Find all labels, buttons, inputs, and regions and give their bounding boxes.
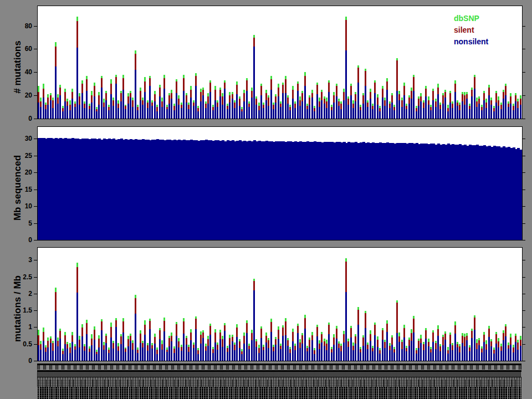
bar-segment <box>420 101 422 119</box>
bar-segment <box>449 332 451 335</box>
bar-segment <box>115 318 117 320</box>
bar-segment <box>62 349 64 351</box>
bar-segment <box>117 104 119 108</box>
bar-segment <box>488 95 490 119</box>
bar-segment <box>403 95 405 119</box>
bar-segment <box>135 54 136 70</box>
bar-segment <box>207 336 209 339</box>
bar-segment <box>74 101 76 104</box>
bar-segment <box>357 310 359 325</box>
y-tick-mark <box>522 223 525 224</box>
bar-segment <box>333 337 335 345</box>
bar-segment <box>135 295 136 298</box>
bar-segment <box>469 109 470 119</box>
bar-segment <box>207 339 209 346</box>
bar-segment <box>181 345 182 347</box>
bar-segment <box>197 354 199 361</box>
bar-segment <box>336 86 337 96</box>
bar-segment <box>347 339 349 341</box>
bar-segment <box>144 335 146 361</box>
bar-segment <box>333 334 335 337</box>
bar-segment <box>459 105 461 110</box>
bar-segment <box>444 90 446 92</box>
bar-segment <box>520 336 521 340</box>
bar-segment <box>352 342 354 346</box>
bar-segment <box>202 332 204 338</box>
bar-segment <box>224 83 226 88</box>
bar-segment <box>474 318 475 330</box>
bar-segment <box>324 339 325 341</box>
bar-segment <box>309 98 310 105</box>
bar-segment <box>326 98 328 101</box>
bar-segment <box>319 101 320 107</box>
bar-segment <box>190 98 192 119</box>
bar-segment <box>490 339 492 341</box>
bar-segment <box>459 344 461 346</box>
bar-segment <box>115 320 117 327</box>
bar-segment <box>345 292 347 361</box>
bar-segment <box>352 350 354 361</box>
bar-segment <box>508 101 509 104</box>
bar-segment <box>490 98 492 100</box>
bar-segment <box>219 88 221 90</box>
bar-segment <box>234 108 236 119</box>
bar-segment <box>457 103 458 106</box>
bar-segment <box>40 341 42 344</box>
bar-segment <box>493 350 495 354</box>
bar-segment <box>260 84 262 86</box>
bar-segment <box>159 339 161 361</box>
bar-segment <box>374 93 376 119</box>
bar-segment <box>406 346 407 348</box>
bar-segment <box>147 100 149 103</box>
bar-segment <box>377 336 378 340</box>
bar-segment <box>219 339 221 361</box>
bar-segment <box>241 351 243 354</box>
bar-segment <box>299 342 301 348</box>
bar-segment <box>115 75 117 77</box>
bar-segment <box>357 325 359 361</box>
bar-segment <box>45 103 47 105</box>
bar-segment <box>370 330 371 334</box>
bar-segment <box>117 343 119 346</box>
bar-segment <box>258 348 260 352</box>
bar-segment <box>209 324 211 326</box>
bar-segment <box>176 324 177 336</box>
bar-segment <box>403 83 405 86</box>
bar-segment <box>251 330 253 333</box>
bar-segment <box>398 91 400 94</box>
bar-segment <box>64 344 66 361</box>
bar-segment <box>171 341 172 361</box>
bar-segment <box>444 92 446 98</box>
bar-segment <box>439 105 441 109</box>
bar-segment <box>495 344 497 361</box>
bar-segment <box>241 349 243 351</box>
bar-segment <box>156 347 158 350</box>
bar-segment <box>98 339 100 347</box>
bar-segment <box>239 341 241 348</box>
bar-segment <box>490 105 492 119</box>
bar-segment <box>374 83 376 93</box>
bar-segment <box>166 350 168 352</box>
bar-segment <box>471 331 473 338</box>
bar-segment <box>452 104 453 108</box>
bar-segment <box>338 106 340 119</box>
bar-segment <box>321 92 323 100</box>
bar-segment <box>232 341 233 361</box>
bar-segment <box>442 337 444 345</box>
bar-segment <box>336 329 337 339</box>
bar-segment <box>447 105 449 108</box>
bar-segment <box>195 73 197 75</box>
bar-segment <box>515 336 516 342</box>
y-tick-mark <box>34 310 37 311</box>
bar-segment <box>255 105 257 119</box>
bar-segment <box>326 108 328 119</box>
bar-segment <box>319 349 320 361</box>
bar-segment <box>301 333 303 335</box>
bar-segment <box>84 108 85 119</box>
bar-segment <box>447 350 449 354</box>
bar-segment <box>372 106 374 109</box>
bar-segment <box>270 90 272 119</box>
bar-segment <box>437 325 439 329</box>
bar-segment <box>396 91 398 119</box>
bar-segment <box>466 333 468 335</box>
